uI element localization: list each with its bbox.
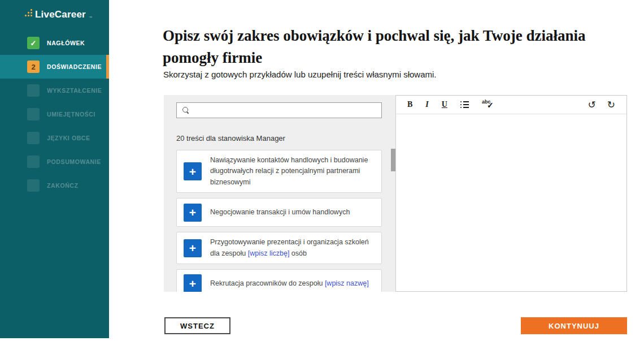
sidebar-item-wyksztalcenie[interactable]: WYKSZTAŁCENIE xyxy=(0,79,109,102)
add-suggestion-button[interactable]: + xyxy=(184,239,202,257)
italic-button[interactable]: I xyxy=(425,101,428,109)
sidebar-item-umiejetnosci[interactable]: UMIEJĘTNOŚCI xyxy=(0,102,109,126)
brand-logo[interactable]: LiveCareer ™ xyxy=(0,0,109,19)
suggestion-text: Przygotowywanie prezentacji i organizacj… xyxy=(210,237,375,259)
search-icon xyxy=(182,107,189,114)
add-suggestion-button[interactable]: + xyxy=(184,204,202,222)
continue-button[interactable]: KONTYNUUJ xyxy=(521,317,627,334)
editor-toolbar: B I U abc ✓ ↺ ↻ xyxy=(396,96,626,114)
step-placeholder-box xyxy=(27,84,40,97)
suggestion-card[interactable]: + Negocjowanie transakcji i umów handlow… xyxy=(176,198,382,227)
brand-bars-icon xyxy=(25,9,32,19)
suggestion-card[interactable]: + Rekrutacja pracowników do zespołu [wpi… xyxy=(176,269,382,292)
suggestions-panel: 20 treści dla stanowiska Manager + Nawią… xyxy=(164,95,395,292)
undo-icon[interactable]: ↺ xyxy=(588,100,596,110)
sidebar: LiveCareer ™ ✓ NAGŁÓWEK 2 DOŚWIADCZENIE … xyxy=(0,0,109,338)
suggestion-search xyxy=(176,102,382,118)
fill-in-link[interactable]: [wpisz nazwę] xyxy=(325,279,369,287)
sidebar-item-naglowek[interactable]: ✓ NAGŁÓWEK xyxy=(0,31,109,55)
step-number-badge: 2 xyxy=(27,61,40,73)
suggestion-text: Nawiązywanie kontaktów handlowych i budo… xyxy=(210,155,375,188)
add-suggestion-button[interactable]: + xyxy=(184,162,202,180)
sidebar-item-zakoncz[interactable]: ZAKOŃCZ xyxy=(0,174,109,197)
content-panels: 20 treści dla stanowiska Manager + Nawią… xyxy=(164,95,627,292)
sidebar-item-label: NAGŁÓWEK xyxy=(47,40,85,46)
brand-name: LiveCareer xyxy=(35,10,86,19)
bullet-list-icon[interactable] xyxy=(460,101,469,108)
step-placeholder-box xyxy=(27,179,40,192)
redo-icon[interactable]: ↻ xyxy=(607,100,615,110)
page: LiveCareer ™ ✓ NAGŁÓWEK 2 DOŚWIADCZENIE … xyxy=(0,0,644,341)
sidebar-item-label: ZAKOŃCZ xyxy=(47,182,79,189)
search-input[interactable] xyxy=(189,103,381,118)
step-placeholder-box xyxy=(27,132,40,144)
sidebar-item-label: WYKSZTAŁCENIE xyxy=(47,87,102,94)
suggestion-text: Rekrutacja pracowników do zespołu [wpisz… xyxy=(210,278,369,289)
add-suggestion-button[interactable]: + xyxy=(184,274,202,292)
step-nav: ✓ NAGŁÓWEK 2 DOŚWIADCZENIE WYKSZTAŁCENIE… xyxy=(0,31,109,197)
page-subtitle: Skorzystaj z gotowych przykładów lub uzu… xyxy=(163,70,559,79)
bold-button[interactable]: B xyxy=(407,101,412,109)
editor-textarea[interactable] xyxy=(396,115,626,291)
list-scrollbar-thumb[interactable] xyxy=(391,149,395,171)
step-placeholder-box xyxy=(27,108,40,120)
sidebar-item-label: PODSUMOWANIE xyxy=(47,158,101,165)
check-icon: ✓ xyxy=(27,37,40,49)
suggestion-card[interactable]: + Przygotowywanie prezentacji i organiza… xyxy=(176,232,382,264)
active-indicator xyxy=(106,55,109,79)
sidebar-item-podsumowanie[interactable]: PODSUMOWANIE xyxy=(0,150,109,174)
sidebar-item-label: UMIEJĘTNOŚCI xyxy=(47,111,95,118)
suggestion-count: 20 treści dla stanowiska Manager xyxy=(176,134,382,143)
sidebar-item-doswiadczenie[interactable]: 2 DOŚWIADCZENIE xyxy=(0,55,109,79)
underline-button[interactable]: U xyxy=(442,101,447,109)
sidebar-item-jezyki-obce[interactable]: JĘZYKI OBCE xyxy=(0,126,109,150)
sidebar-item-label: DOŚWIADCZENIE xyxy=(47,63,102,70)
editor-panel: B I U abc ✓ ↺ ↻ xyxy=(395,95,627,292)
back-button[interactable]: WSTECZ xyxy=(164,317,230,334)
trademark: ™ xyxy=(89,16,92,19)
spellcheck-icon[interactable]: abc ✓ xyxy=(482,99,497,110)
step-placeholder-box xyxy=(27,156,40,168)
suggestion-text: Negocjowanie transakcji i umów handlowyc… xyxy=(210,207,350,218)
sidebar-item-label: JĘZYKI OBCE xyxy=(47,135,90,141)
list-scrollbar-track[interactable] xyxy=(391,144,395,292)
page-title: Opisz swój zakres obowiązków i pochwal s… xyxy=(163,25,615,69)
suggestion-list: + Nawiązywanie kontaktów handlowych i bu… xyxy=(176,150,382,292)
suggestion-card[interactable]: + Nawiązywanie kontaktów handlowych i bu… xyxy=(176,150,382,193)
fill-in-link[interactable]: [wpisz liczbę] xyxy=(248,249,290,257)
